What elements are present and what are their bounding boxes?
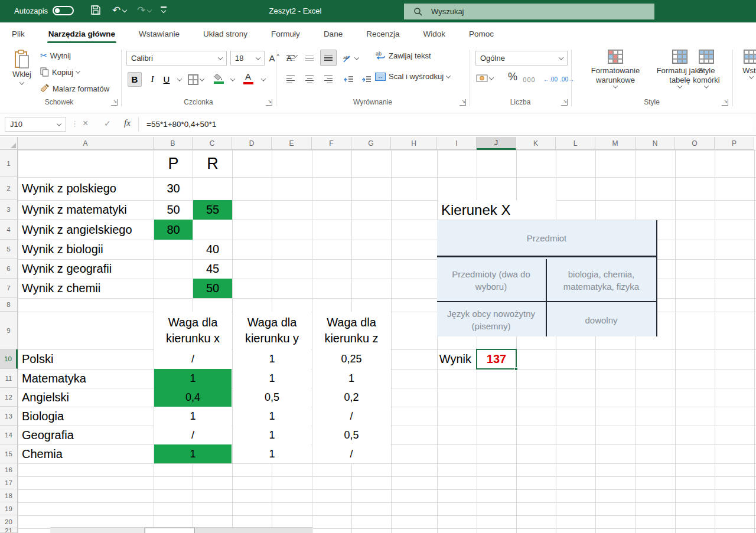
column-header-G[interactable]: G [351,137,391,150]
cell-A3[interactable]: Wynik z matematyki [18,200,153,220]
row-header-8[interactable]: 8 [0,298,18,312]
cell-F10-merged[interactable]: 0,25 [312,349,390,369]
row-header-14[interactable]: 14 [0,426,18,444]
row-header-4[interactable]: 4 [0,220,18,240]
cell-F13-merged[interactable]: / [312,407,390,426]
column-header-F[interactable]: F [312,137,351,150]
cell-C3[interactable]: 55 [193,200,232,220]
cell-A14[interactable]: Geografia [18,426,153,444]
cell-C5[interactable]: 40 [193,240,232,259]
cell-F15-merged[interactable]: / [312,444,390,463]
row-header-20[interactable]: 20 [0,515,18,528]
row-header-3[interactable]: 3 [0,200,18,220]
column-header-K[interactable]: K [516,137,556,150]
cell-C6[interactable]: 45 [193,259,232,279]
cell-B1[interactable]: P [154,150,193,177]
row-header-9[interactable]: 9 [0,312,18,349]
row-header-7[interactable]: 7 [0,279,18,298]
cell-A13[interactable]: Biologia [18,407,153,426]
gridline [18,515,756,516]
cell-A6[interactable]: Wynik z geografii [18,259,153,279]
gridline [18,150,756,151]
requirements-row1-right: biologia, chemia, matematyka, fizyka [546,259,656,301]
column-header-B[interactable]: B [154,137,193,150]
column-header-O[interactable]: O [675,137,715,150]
gridline [595,150,596,533]
requirements-row1-left: Przedmioty (dwa do wyboru) [437,259,545,301]
cell-F11-merged[interactable]: 1 [312,369,390,388]
row-header-18[interactable]: 18 [0,489,18,502]
gridline [18,463,756,464]
cell-F9-merged[interactable]: Waga dla kierunku z [312,312,390,349]
cell-F14-merged[interactable]: 0,5 [312,426,390,444]
cell-D14-merged[interactable]: 1 [233,426,311,444]
column-header-J[interactable]: J [477,137,516,150]
sheet-tab-active-partial[interactable] [145,528,195,533]
cell-B10-merged[interactable]: / [154,349,232,369]
cell-A4[interactable]: Wynik z angielskiego [18,220,153,240]
cell-C7[interactable]: 50 [193,279,232,298]
row-header-13[interactable]: 13 [0,407,18,426]
select-all-corner[interactable] [0,137,18,150]
cell-B2[interactable]: 30 [154,177,193,200]
cell-D12-merged[interactable]: 0,5 [233,388,311,407]
column-header-M[interactable]: M [595,137,636,150]
column-header-D[interactable]: D [232,137,272,150]
cell-I3[interactable]: Kierunek X [438,200,556,220]
cell-A5[interactable]: Wynik z biologii [18,240,153,259]
row-header-5[interactable]: 5 [0,240,18,259]
cell-D10-merged[interactable]: 1 [233,349,311,369]
cell-C1[interactable]: R [193,150,232,177]
cell-B11-merged[interactable]: 1 [154,369,232,388]
column-header-I[interactable]: I [437,137,477,150]
gridline [391,150,392,533]
cell-B12-merged[interactable]: 0,4 [154,388,232,407]
sheet-tab-partial[interactable] [195,528,312,533]
row-header-6[interactable]: 6 [0,259,18,279]
cell-A7[interactable]: Wynik z chemii [18,279,153,298]
cell-A11[interactable]: Matematyka [18,369,153,388]
row-header-2[interactable]: 2 [0,177,18,200]
sheet-tab-bar-partial[interactable] [50,527,313,533]
requirements-row2-right: dowolny [546,303,656,336]
row-header-21[interactable]: 21 [0,528,18,533]
cell-I10[interactable]: Wynik [438,349,476,369]
cell-B13-merged[interactable]: 1 [154,407,232,426]
active-cell-selection[interactable] [476,349,517,369]
column-header-A[interactable]: A [18,137,154,150]
gridline [715,150,715,533]
cell-A10[interactable]: Polski [18,349,153,369]
cell-B3[interactable]: 50 [154,200,193,220]
sheet-tab-partial[interactable] [50,528,145,533]
cell-D11-merged[interactable]: 1 [233,369,311,388]
row-header-17[interactable]: 17 [0,476,18,489]
column-header-L[interactable]: L [556,137,595,150]
cell-D15-merged[interactable]: 1 [233,444,311,463]
column-header-E[interactable]: E [272,137,312,150]
column-header-H[interactable]: H [391,137,437,150]
column-header-N[interactable]: N [636,137,675,150]
row-header-11[interactable]: 11 [0,369,18,388]
cell-F12-merged[interactable]: 0,2 [312,388,390,407]
fill-handle[interactable] [514,367,518,371]
column-header-P[interactable]: P [715,137,754,150]
cell-A12[interactable]: Angielski [18,388,153,407]
row-header-10[interactable]: 10 [0,349,18,369]
row-header-12[interactable]: 12 [0,388,18,407]
gridline [18,476,756,477]
requirements-right-border [656,220,657,336]
gridline [636,150,636,533]
cell-B14-merged[interactable]: / [154,426,232,444]
row-header-15[interactable]: 15 [0,444,18,463]
cell-D9-merged[interactable]: Waga dla kierunku y [233,312,311,349]
cell-A15[interactable]: Chemia [18,444,153,463]
cell-B4[interactable]: 80 [154,220,193,240]
cell-D13-merged[interactable]: 1 [233,407,311,426]
cell-B15-merged[interactable]: 1 [154,444,232,463]
cell-A2[interactable]: Wynik z polskiego [18,177,153,200]
row-header-16[interactable]: 16 [0,463,18,476]
row-header-19[interactable]: 19 [0,502,18,515]
column-header-C[interactable]: C [193,137,232,150]
cell-B9-merged[interactable]: Waga dla kierunku x [154,312,232,349]
row-header-1[interactable]: 1 [0,150,18,177]
